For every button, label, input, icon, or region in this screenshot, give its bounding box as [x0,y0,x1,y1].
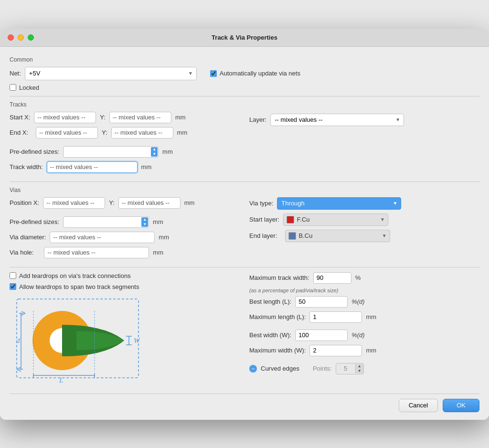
start-layer-text: F.Cu [297,216,377,223]
start-row: Start X: Y: mm [10,112,240,123]
via-hole-input[interactable] [44,247,149,258]
via-predef-spin-up[interactable]: ▲ [141,217,148,222]
end-layer-select[interactable]: B.Cu ▼ [285,230,390,242]
net-select-wrapper: +5V ▼ [25,67,197,80]
max-length-input[interactable] [309,311,362,323]
vias-two-col: Position X: Y: mm Pre-defined sizes: ▲ ▼ [10,197,479,262]
via-predef-input[interactable] [63,216,149,228]
via-hole-unit: mm [153,249,163,256]
max-width-label: Maximum width (W): [249,347,306,354]
max-track-width-input[interactable] [313,272,351,284]
end-layer-row: End layer: B.Cu ▼ [249,230,479,242]
teardrop-svg: d W L [10,295,148,386]
tracks-left-col: Start X: Y: mm End X: Y: mm Pre-defined … [10,112,240,177]
net-select[interactable]: +5V [25,67,197,80]
end-x-input[interactable] [36,127,98,139]
add-teardrops-label: Add teardrops on via's track connections [19,272,131,279]
via-diam-input[interactable] [50,232,155,243]
best-width-row: Best width (W): %(d) [249,330,479,341]
divider-1 [10,96,479,96]
max-track-width-label: Maximum track width: [249,274,309,281]
end-layer-arrow: ▼ [382,233,387,238]
start-y-input[interactable] [109,112,171,123]
via-diam-row: Via diameter: mm [10,232,240,243]
via-hole-row: Via hole: mm [10,247,240,258]
tracks-two-col: Start X: Y: mm End X: Y: mm Pre-defined … [10,112,479,177]
points-spin-down[interactable]: ▼ [356,369,363,373]
predef-spin-buttons: ▲ ▼ [151,147,158,157]
common-section-label: Common [10,56,479,63]
max-length-row: Maximum length (L): mm [249,311,479,323]
curved-edges-toggle[interactable]: − [249,365,257,373]
best-width-label: Best width (W): [249,331,291,339]
start-layer-label: Start layer: [249,216,279,223]
via-predef-label: Pre-defined sizes: [10,218,59,225]
via-pos-y-input[interactable] [118,197,181,209]
max-width-input[interactable] [309,345,362,356]
allow-teardrops-label: Allow teardrops to span two track segmen… [19,283,139,290]
via-diam-label: Via diameter: [10,234,46,241]
cancel-button[interactable]: Cancel [399,399,438,412]
auto-update-label: Automatically update via nets [220,70,300,77]
ok-button[interactable]: OK [443,399,479,412]
predef-input[interactable] [63,146,159,158]
start-unit: mm [175,114,186,121]
auto-update-checkbox[interactable] [210,70,217,77]
layer-select-wrapper: -- mixed values -- ▼ [270,114,404,126]
layer-select[interactable]: -- mixed values -- [270,114,404,126]
vias-section-label: Vias [10,187,479,193]
vias-left-col: Position X: Y: mm Pre-defined sizes: ▲ ▼ [10,197,240,262]
bottom-two-col: Add teardrops on via's track connections… [10,272,479,386]
points-spin-up[interactable]: ▲ [356,364,363,369]
minimize-button[interactable] [18,34,24,41]
add-teardrops-checkbox[interactable] [10,272,16,279]
via-type-select[interactable]: Through Blind/Buried Micro [277,197,401,210]
via-predef-spin-down[interactable]: ▼ [141,222,148,227]
best-width-input[interactable] [295,330,348,341]
close-button[interactable] [8,34,14,41]
allow-teardrops-checkbox[interactable] [10,283,16,290]
net-row: Net: +5V ▼ Automatically update via nets [10,67,479,80]
via-pos-x-input[interactable] [43,197,105,209]
divider-2 [10,181,479,182]
start-layer-arrow: ▼ [380,217,385,222]
layer-label: Layer: [249,116,266,123]
predef-spinbox: ▲ ▼ [63,146,159,158]
predef-sizes-label: Pre-defined sizes: [10,148,59,155]
predef-unit: mm [162,148,173,155]
pos-y-label: Y: [109,199,115,206]
end-row: End X: Y: mm [10,127,240,139]
add-teardrops-row: Add teardrops on via's track connections [10,272,240,279]
svg-text:L: L [59,376,63,384]
best-width-unit: %(d) [351,331,364,339]
end-y-input[interactable] [111,127,173,139]
window-title: Track & Via Properties [212,34,277,41]
via-type-label: Via type: [249,200,273,207]
predef-spin-down[interactable]: ▼ [151,152,158,157]
track-width-input[interactable] [47,161,138,173]
dialog-content: Common Net: +5V ▼ Automatically update v… [0,47,489,420]
points-spin-buttons: ▲ ▼ [355,364,363,373]
locked-checkbox-row: Locked [10,84,39,91]
svg-text:d: d [16,337,20,344]
svg-text:W: W [134,337,140,344]
end-layer-label: End layer: [249,232,277,239]
best-length-input[interactable] [295,296,348,308]
locked-checkbox[interactable] [10,84,16,91]
vias-right-col: Via type: Through Blind/Buried Micro ▼ S… [249,197,479,262]
maximize-button[interactable] [28,34,34,41]
start-x-label: Start X: [10,114,30,121]
predef-spin-up[interactable]: ▲ [151,147,158,152]
max-width-unit: mm [366,347,376,354]
points-input[interactable] [336,363,355,374]
via-predef-spinbox: ▲ ▼ [63,216,149,228]
end-y-label: Y: [102,129,107,136]
start-x-input[interactable] [34,112,96,123]
main-window: Track & Via Properties Common Net: +5V ▼… [0,29,489,420]
allow-td-row: Allow teardrops to span two track segmen… [10,283,240,290]
max-track-note: (as a percentage of pad/via/track size) [249,288,479,293]
track-width-unit: mm [141,163,152,171]
start-y-label: Y: [100,114,106,121]
max-track-width-row: Maximum track width: % [249,272,479,284]
start-layer-select[interactable]: F.Cu ▼ [283,213,388,226]
